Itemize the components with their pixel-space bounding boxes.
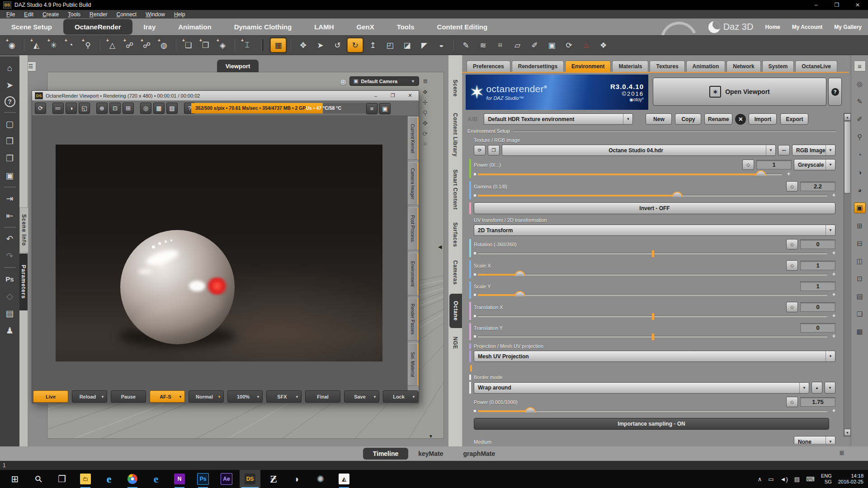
scrollbar-down-icon[interactable]: ▼: [844, 429, 851, 436]
create-bone-icon[interactable]: +☍: [122, 38, 137, 52]
gamma-slider[interactable]: +: [474, 192, 835, 199]
activity-tab-tools[interactable]: Tools: [386, 20, 426, 34]
scale-x-keyframe-icon[interactable]: ◇: [786, 260, 798, 271]
octane-tab-camera-imager[interactable]: Camera Imager: [408, 162, 419, 205]
settings-tab-preferences[interactable]: Preferences: [467, 61, 510, 72]
translation-x-keyframe-icon[interactable]: ◇: [786, 302, 798, 312]
power-value[interactable]: 1: [756, 160, 792, 169]
settings-tab-network[interactable]: Network: [726, 61, 760, 72]
region-render-icon[interactable]: ⊡: [109, 103, 121, 114]
new-scene-icon[interactable]: ▢: [4, 118, 16, 130]
render-image[interactable]: [56, 145, 382, 361]
uv-transform-dropdown[interactable]: 2D Transform▼: [474, 225, 835, 236]
refresh-render-icon[interactable]: ⟳: [35, 103, 46, 114]
browse-texture-button[interactable]: ❐: [488, 145, 500, 155]
clay-mode-icon[interactable]: ◑: [66, 103, 77, 114]
render-control-100[interactable]: 100%▼: [227, 390, 263, 403]
task-view-button[interactable]: ❐: [52, 470, 72, 488]
bottom-splitter-handle[interactable]: ▼: [429, 434, 433, 439]
translate-tool-icon[interactable]: ↥: [365, 38, 380, 52]
settings-tab-system[interactable]: System: [762, 61, 794, 72]
daz-home-icon[interactable]: ⌂: [4, 62, 16, 74]
tray-ime-icon[interactable]: ▤: [794, 476, 800, 483]
link-home[interactable]: Home: [765, 24, 780, 30]
shader-sphere-icon[interactable]: ◔: [854, 150, 865, 160]
split-horizontal-icon[interactable]: ⊟: [854, 239, 865, 249]
importance-sampling-toggle-button[interactable]: Importance sampling - ON: [474, 418, 829, 430]
surface-brush-icon[interactable]: ✎: [854, 97, 865, 107]
slider-decrement[interactable]: [474, 273, 476, 276]
tray-chevron-up-icon[interactable]: ∧: [758, 476, 762, 483]
merge-scene-icon[interactable]: ❐: [4, 152, 16, 164]
start-button[interactable]: ⊞: [5, 470, 25, 488]
redo-icon[interactable]: ↷: [4, 250, 16, 262]
slider-increment[interactable]: +: [832, 408, 835, 414]
frame-view-icon[interactable]: ✛: [422, 99, 428, 106]
camera-view-icon[interactable]: ▣: [544, 38, 559, 52]
photos-icon[interactable]: ◭: [334, 470, 354, 488]
import-icon[interactable]: ⇥: [4, 192, 16, 205]
create-camera-icon[interactable]: +◔: [63, 38, 78, 52]
gamma-keyframe-icon[interactable]: ◇: [786, 181, 798, 192]
render-control-sfx[interactable]: SFX▼: [266, 390, 302, 403]
translation-x-value[interactable]: 0: [800, 302, 835, 312]
activity-tab-content-editing[interactable]: Content Editing: [426, 20, 499, 34]
octane-tab-post-process[interactable]: Post Process.: [408, 207, 419, 250]
bottom-tab-timeline[interactable]: Timeline: [363, 448, 409, 460]
pane-tab-scene[interactable]: Scene: [448, 73, 462, 103]
tray-volume-icon[interactable]: ◄): [780, 476, 788, 483]
texture-options-button[interactable]: •••: [778, 145, 790, 155]
slider-increment[interactable]: +: [832, 291, 835, 298]
onenote-icon[interactable]: N: [169, 470, 190, 488]
menu-edit[interactable]: Edit: [19, 11, 38, 18]
universal-manipulator-icon[interactable]: ✥: [296, 38, 311, 52]
power-2-slider[interactable]: +: [474, 408, 835, 415]
perspective-view-icon[interactable]: ▱: [510, 38, 525, 52]
active-rotate-tool-icon[interactable]: ↻: [347, 38, 363, 52]
minimize-button[interactable]: –: [806, 0, 826, 10]
activity-tab-octanerender[interactable]: OctaneRender: [63, 19, 132, 35]
viewport-globe-icon[interactable]: ⊕: [338, 77, 348, 86]
environment-preset-dropdown[interactable]: Default HDR Texture environment▼: [484, 113, 633, 125]
create-group-icon[interactable]: +❏: [181, 38, 196, 52]
menu-connect[interactable]: Connect: [112, 11, 141, 18]
dolly-view-icon[interactable]: ≡: [423, 141, 427, 148]
slider-increment[interactable]: +: [832, 313, 835, 319]
octane-close-button[interactable]: ✕: [401, 91, 419, 100]
settings-tab-materials[interactable]: Materials: [612, 61, 648, 72]
menu-create[interactable]: Create: [38, 11, 63, 18]
menu-tools[interactable]: Tools: [63, 11, 85, 18]
activity-tab-iray[interactable]: Iray: [132, 20, 167, 34]
open-viewport-button[interactable]: ✶ Open Viewport: [653, 78, 826, 106]
octane-panel-icon[interactable]: ▣: [854, 202, 866, 213]
tray-keyboard-icon[interactable]: ⌨: [806, 476, 815, 483]
undo-icon[interactable]: ↶: [4, 233, 16, 245]
texture-file-dropdown[interactable]: Octane Studio 04.hdr▼: [502, 145, 776, 156]
create-primitive-icon[interactable]: +△: [105, 38, 120, 52]
octane-tab-render-passes[interactable]: Render Passes: [408, 298, 419, 341]
rotation-slider-handle[interactable]: [652, 250, 654, 257]
puppeteer-icon[interactable]: ⚲: [854, 132, 865, 142]
medium-dropdown[interactable]: None▼: [794, 436, 835, 444]
chrome-icon[interactable]: [122, 470, 143, 488]
render-control-lock[interactable]: Lock▼: [383, 390, 418, 403]
rotation-value[interactable]: 0: [800, 239, 835, 249]
weight-brush-icon[interactable]: ◒: [434, 38, 449, 52]
activity-tab-genx[interactable]: GenX: [345, 20, 385, 34]
translation-y-slider-handle[interactable]: [652, 333, 654, 340]
tab-parameters[interactable]: Parameters: [19, 253, 28, 310]
panel-scrollbar[interactable]: ▲ ▼: [844, 113, 851, 436]
menu-window[interactable]: Window: [141, 11, 170, 18]
after-effects-icon[interactable]: Ae: [216, 470, 237, 488]
scale-y-value[interactable]: 1: [800, 282, 835, 291]
photoshop-icon[interactable]: Ps: [193, 470, 213, 488]
scale-tool-icon[interactable]: ◰: [382, 38, 397, 52]
float-pane-icon[interactable]: ❏: [854, 309, 865, 319]
save-image-icon[interactable]: ▨: [166, 103, 178, 114]
activity-tab-scene-setup[interactable]: Scene Setup: [0, 20, 63, 34]
scale-x-value[interactable]: 1: [800, 261, 835, 270]
slider-increment[interactable]: +: [832, 250, 835, 256]
gamma-slider-handle[interactable]: [672, 192, 683, 197]
link-my-gallery[interactable]: My Gallery: [834, 24, 862, 30]
slider-decrement[interactable]: [474, 335, 476, 338]
